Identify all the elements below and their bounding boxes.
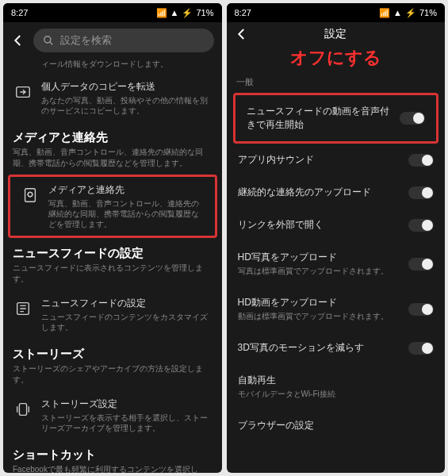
newsfeed-heading: ニュースフィードの設定 [3,238,222,263]
newsfeed-desc: ニュースフィードに表示されるコンテンツを管理します。 [3,263,222,290]
svg-point-0 [44,36,51,43]
annotation-turn-off: オフにする [227,46,446,70]
setting-autoplay[interactable]: 自動再生 モバイルデータとWi-Fi接続 [227,364,446,409]
newsfeed-settings-row[interactable]: ニュースフィードの設定 ニュースフィードのコンテンツをカスタマイズします。 [3,290,222,339]
newsfeed-row-sub: ニュースフィードのコンテンツをカスタマイズします。 [41,312,213,332]
transfer-icon [13,82,33,102]
media-heading: メディアと連絡先 [3,122,222,147]
left-screen: 8:27 📶 ▲ ⚡ 71% 設定を検索 ィール情報をダウンロードします。 個人… [3,3,222,473]
search-icon [43,35,54,46]
hd-photo-sub: 写真は標準画質でアップロードされます。 [238,266,401,277]
highlight-autoplay-sound: ニュースフィードの動画を音声付きで再生開始 [233,93,439,144]
hd-photo-title: HD写真をアップロード [238,251,401,264]
stories-row-sub: ストーリーズを表示する相手を選択し、ストーリーズアーカイブを管理します。 [41,413,213,433]
media-gear-icon [20,185,40,205]
shortcut-desc: Facebookで最も頻繁に利用するコンテンツを選択して、素早くアクセスできるよ… [3,464,222,473]
signal-icon-r: 📶 [379,8,390,18]
stories-settings-row[interactable]: ストーリーズ設定 ストーリーズを表示する相手を選択し、ストーリーズアーカイブを管… [3,391,222,440]
battery-pct: 71% [196,8,213,17]
newsfeed-row-title: ニュースフィードの設定 [41,297,213,310]
highlight-media-contacts: メディアと連絡先 写真、動画、音声コントロール、連絡先の継続的な同期、携帯電話か… [8,175,217,238]
status-time-r: 8:27 [235,8,251,17]
back-icon[interactable] [11,33,25,48]
browser-title: ブラウザーの設定 [238,419,435,432]
svg-rect-2 [25,189,36,202]
setting-hd-photo[interactable]: HD写真をアップロード 写真は標準画質でアップロードされます。 [227,241,446,286]
continuous-upload-title: 継続的な連絡先のアップロード [238,186,401,199]
toggle-inapp-sound[interactable] [408,154,434,167]
setting-reduce-3d[interactable]: 3D写真のモーションを減らす [227,332,446,364]
media-desc: 写真、動画、音声コントロール、連絡先の継続的な同期、携帯電話からの閲覧履歴などを… [3,147,222,175]
personal-copy-sub: あなたの写真、動画、投稿やその他の情報を別のサービスにコピーします。 [41,95,213,116]
svg-rect-5 [19,404,26,416]
header-r: 設定 [227,22,446,46]
open-external-title: リンクを外部で開く [238,218,401,232]
stories-icon [13,399,33,420]
media-row-sub: 写真、動画、音声コントロール、連絡先の継続的な同期、携帯電話からの閲覧履歴などを… [48,198,205,229]
right-screen: 8:27 📶 ▲ ⚡ 71% 設定 オフにする 一般 ニュースフィードの動画を音… [227,3,446,473]
search-input[interactable]: 設定を検索 [33,29,214,52]
statusbar: 8:27 📶 ▲ ⚡ 71% [3,3,222,22]
toggle-continuous-upload[interactable] [408,186,434,199]
inapp-sound-title: アプリ内サウンド [238,153,401,167]
setting-browser[interactable]: ブラウザーの設定 [227,409,446,442]
reduce-3d-title: 3D写真のモーションを減らす [238,341,401,355]
toggle-hd-photo[interactable] [408,258,434,271]
status-icons: 📶 ▲ ⚡ 71% [156,8,214,18]
battery-pct-r: 71% [419,8,437,17]
autoplay-sub: モバイルデータとWi-Fi接続 [238,389,435,400]
battery-icon-r: ⚡ [405,8,416,18]
toggle-reduce-3d[interactable] [408,342,434,355]
signal-icon: 📶 [156,8,167,18]
autoplay-sound-title: ニュースフィードの動画を音声付きで再生開始 [247,105,392,132]
settings-title: 設定 [249,27,423,41]
content-scroll[interactable]: ィール情報をダウンロードします。 個人データのコピーを転送 あなたの写真、動画、… [3,59,222,473]
status-time: 8:27 [11,8,28,17]
media-row-title: メディアと連絡先 [48,183,205,197]
hd-video-sub: 動画は標準画質でアップロードされます。 [238,311,401,322]
personal-data-copy-row[interactable]: 個人データのコピーを転送 あなたの写真、動画、投稿やその他の情報を別のサービスに… [3,74,222,122]
stories-heading: ストーリーズ [3,339,222,363]
search-placeholder: 設定を検索 [60,33,112,48]
wifi-icon: ▲ [170,8,179,17]
setting-continuous-upload[interactable]: 継続的な連絡先のアップロード [227,176,446,209]
toggle-open-external[interactable] [408,219,434,232]
statusbar-r: 8:27 📶 ▲ ⚡ 71% [227,3,446,22]
wifi-icon-r: ▲ [393,8,402,17]
autoplay-title: 自動再生 [238,374,435,387]
partial-desc: ィール情報をダウンロードします。 [3,59,222,74]
stories-row-title: ストーリーズ設定 [41,397,213,411]
personal-copy-title: 個人データのコピーを転送 [41,80,213,94]
toggle-autoplay-sound[interactable] [400,112,425,125]
general-category: 一般 [227,73,446,93]
status-icons-r: 📶 ▲ ⚡ 71% [379,8,437,18]
back-icon-r[interactable] [235,27,249,41]
hd-video-title: HD動画をアップロード [238,296,401,309]
header: 設定を検索 [3,22,222,59]
battery-icon: ⚡ [182,8,193,18]
stories-desc: ストーリーズのシェアやアーカイブの方法を設定します。 [3,363,222,391]
media-contacts-row[interactable]: メディアと連絡先 写真、動画、音声コントロール、連絡先の継続的な同期、携帯電話か… [10,177,215,236]
newsfeed-icon [13,298,33,319]
toggle-hd-video[interactable] [408,303,434,316]
setting-autoplay-sound[interactable]: ニュースフィードの動画を音声付きで再生開始 [235,95,437,141]
setting-inapp-sound[interactable]: アプリ内サウンド [227,144,446,176]
setting-open-external[interactable]: リンクを外部で開く [227,209,446,241]
setting-hd-video[interactable]: HD動画をアップロード 動画は標準画質でアップロードされます。 [227,286,446,332]
shortcut-heading: ショートカット [3,440,222,464]
